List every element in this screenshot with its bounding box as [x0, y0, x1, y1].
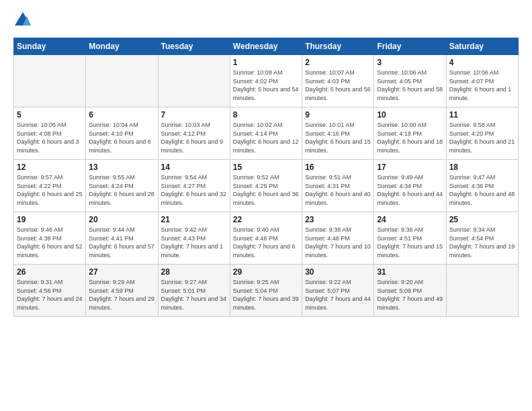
day-number: 20	[89, 215, 154, 224]
calendar-cell: 30Sunrise: 9:22 AM Sunset: 5:07 PM Dayli…	[302, 265, 374, 317]
calendar-cell: 10Sunrise: 10:00 AM Sunset: 4:18 PM Dayl…	[374, 107, 446, 160]
day-number: 7	[161, 110, 227, 120]
calendar-cell: 11Sunrise: 9:58 AM Sunset: 4:20 PM Dayli…	[446, 107, 518, 160]
day-info: Sunrise: 9:54 AM Sunset: 4:27 PM Dayligh…	[161, 173, 227, 207]
day-info: Sunrise: 9:42 AM Sunset: 4:43 PM Dayligh…	[161, 226, 227, 259]
day-info: Sunrise: 9:22 AM Sunset: 5:07 PM Dayligh…	[305, 278, 371, 312]
calendar-header-friday: Friday	[374, 38, 446, 55]
day-info: Sunrise: 9:20 AM Sunset: 5:09 PM Dayligh…	[377, 278, 443, 312]
calendar-cell: 5Sunrise: 10:05 AM Sunset: 4:08 PM Dayli…	[14, 107, 86, 160]
day-info: Sunrise: 10:00 AM Sunset: 4:18 PM Daylig…	[377, 121, 443, 154]
day-number: 8	[233, 110, 299, 120]
calendar-week-4: 26Sunrise: 9:31 AM Sunset: 4:56 PM Dayli…	[14, 265, 519, 317]
day-info: Sunrise: 9:46 AM Sunset: 4:38 PM Dayligh…	[17, 226, 83, 259]
day-info: Sunrise: 9:52 AM Sunset: 4:29 PM Dayligh…	[233, 173, 299, 207]
calendar-week-1: 5Sunrise: 10:05 AM Sunset: 4:08 PM Dayli…	[14, 107, 519, 160]
day-info: Sunrise: 9:25 AM Sunset: 5:04 PM Dayligh…	[233, 278, 299, 312]
day-number: 10	[377, 110, 443, 120]
calendar: SundayMondayTuesdayWednesdayThursdayFrid…	[13, 38, 519, 317]
day-info: Sunrise: 9:58 AM Sunset: 4:20 PM Dayligh…	[449, 121, 515, 154]
page: SundayMondayTuesdayWednesdayThursdayFrid…	[0, 0, 532, 411]
calendar-cell: 12Sunrise: 9:57 AM Sunset: 4:22 PM Dayli…	[14, 160, 86, 212]
calendar-week-2: 12Sunrise: 9:57 AM Sunset: 4:22 PM Dayli…	[14, 160, 519, 212]
logo	[13, 12, 35, 31]
day-info: Sunrise: 9:27 AM Sunset: 5:01 PM Dayligh…	[161, 278, 227, 312]
day-info: Sunrise: 9:36 AM Sunset: 4:51 PM Dayligh…	[377, 226, 443, 259]
calendar-cell: 9Sunrise: 10:01 AM Sunset: 4:16 PM Dayli…	[302, 107, 374, 160]
calendar-cell: 8Sunrise: 10:02 AM Sunset: 4:14 PM Dayli…	[230, 107, 302, 160]
day-number: 13	[89, 163, 154, 172]
day-info: Sunrise: 10:04 AM Sunset: 4:10 PM Daylig…	[89, 121, 154, 154]
day-info: Sunrise: 10:07 AM Sunset: 4:03 PM Daylig…	[305, 68, 371, 102]
calendar-cell: 16Sunrise: 9:51 AM Sunset: 4:31 PM Dayli…	[302, 160, 374, 212]
day-number: 2	[305, 58, 371, 67]
day-number: 23	[305, 215, 371, 224]
day-number: 27	[89, 267, 154, 277]
header	[13, 12, 519, 31]
calendar-cell	[86, 55, 158, 107]
day-number: 31	[377, 267, 443, 277]
calendar-header-wednesday: Wednesday	[230, 38, 302, 55]
day-info: Sunrise: 9:34 AM Sunset: 4:54 PM Dayligh…	[449, 226, 515, 259]
day-info: Sunrise: 10:06 AM Sunset: 4:05 PM Daylig…	[377, 68, 443, 102]
calendar-header-saturday: Saturday	[446, 38, 518, 55]
calendar-week-0: 1Sunrise: 10:08 AM Sunset: 4:02 PM Dayli…	[14, 55, 519, 107]
day-number: 26	[17, 267, 83, 277]
calendar-cell: 27Sunrise: 9:29 AM Sunset: 4:59 PM Dayli…	[86, 265, 158, 317]
calendar-cell: 23Sunrise: 9:38 AM Sunset: 4:48 PM Dayli…	[302, 212, 374, 265]
calendar-header-monday: Monday	[86, 38, 158, 55]
day-info: Sunrise: 9:44 AM Sunset: 4:41 PM Dayligh…	[89, 226, 154, 259]
calendar-cell: 26Sunrise: 9:31 AM Sunset: 4:56 PM Dayli…	[14, 265, 86, 317]
day-number: 21	[161, 215, 227, 224]
calendar-cell	[14, 55, 86, 107]
calendar-cell: 24Sunrise: 9:36 AM Sunset: 4:51 PM Dayli…	[374, 212, 446, 265]
day-info: Sunrise: 9:29 AM Sunset: 4:59 PM Dayligh…	[89, 278, 154, 312]
day-number: 17	[377, 163, 443, 172]
day-info: Sunrise: 10:01 AM Sunset: 4:16 PM Daylig…	[305, 121, 371, 154]
day-number: 28	[161, 267, 227, 277]
day-number: 22	[233, 215, 299, 224]
day-info: Sunrise: 9:49 AM Sunset: 4:34 PM Dayligh…	[377, 173, 443, 207]
day-info: Sunrise: 9:51 AM Sunset: 4:31 PM Dayligh…	[305, 173, 371, 207]
day-number: 3	[377, 58, 443, 67]
calendar-cell: 20Sunrise: 9:44 AM Sunset: 4:41 PM Dayli…	[86, 212, 158, 265]
calendar-cell: 15Sunrise: 9:52 AM Sunset: 4:29 PM Dayli…	[230, 160, 302, 212]
day-info: Sunrise: 9:55 AM Sunset: 4:24 PM Dayligh…	[89, 173, 154, 207]
calendar-header-row: SundayMondayTuesdayWednesdayThursdayFrid…	[14, 38, 519, 55]
day-number: 30	[305, 267, 371, 277]
day-number: 11	[449, 110, 515, 120]
day-info: Sunrise: 9:57 AM Sunset: 4:22 PM Dayligh…	[17, 173, 83, 207]
calendar-cell: 3Sunrise: 10:06 AM Sunset: 4:05 PM Dayli…	[374, 55, 446, 107]
day-number: 15	[233, 163, 299, 172]
day-info: Sunrise: 10:08 AM Sunset: 4:02 PM Daylig…	[233, 68, 299, 102]
calendar-cell: 18Sunrise: 9:47 AM Sunset: 4:36 PM Dayli…	[446, 160, 518, 212]
day-number: 4	[449, 58, 515, 67]
calendar-cell: 2Sunrise: 10:07 AM Sunset: 4:03 PM Dayli…	[302, 55, 374, 107]
day-number: 9	[305, 110, 371, 120]
calendar-cell: 14Sunrise: 9:54 AM Sunset: 4:27 PM Dayli…	[158, 160, 230, 212]
calendar-header-thursday: Thursday	[302, 38, 374, 55]
calendar-cell: 6Sunrise: 10:04 AM Sunset: 4:10 PM Dayli…	[86, 107, 158, 160]
day-info: Sunrise: 10:03 AM Sunset: 4:12 PM Daylig…	[161, 121, 227, 154]
calendar-cell: 29Sunrise: 9:25 AM Sunset: 5:04 PM Dayli…	[230, 265, 302, 317]
day-info: Sunrise: 9:40 AM Sunset: 4:46 PM Dayligh…	[233, 226, 299, 259]
logo-icon	[13, 11, 32, 30]
calendar-header-sunday: Sunday	[14, 38, 86, 55]
day-number: 1	[233, 58, 299, 67]
calendar-header-tuesday: Tuesday	[158, 38, 230, 55]
calendar-cell: 19Sunrise: 9:46 AM Sunset: 4:38 PM Dayli…	[14, 212, 86, 265]
day-info: Sunrise: 9:31 AM Sunset: 4:56 PM Dayligh…	[17, 278, 83, 312]
day-info: Sunrise: 10:02 AM Sunset: 4:14 PM Daylig…	[233, 121, 299, 154]
day-info: Sunrise: 10:06 AM Sunset: 4:07 PM Daylig…	[449, 68, 515, 102]
day-number: 5	[17, 110, 83, 120]
calendar-cell: 13Sunrise: 9:55 AM Sunset: 4:24 PM Dayli…	[86, 160, 158, 212]
day-number: 16	[305, 163, 371, 172]
calendar-cell: 1Sunrise: 10:08 AM Sunset: 4:02 PM Dayli…	[230, 55, 302, 107]
calendar-cell: 25Sunrise: 9:34 AM Sunset: 4:54 PM Dayli…	[446, 212, 518, 265]
day-number: 24	[377, 215, 443, 224]
day-number: 18	[449, 163, 515, 172]
day-number: 25	[449, 215, 515, 224]
calendar-cell: 4Sunrise: 10:06 AM Sunset: 4:07 PM Dayli…	[446, 55, 518, 107]
day-number: 6	[89, 110, 154, 120]
calendar-cell: 28Sunrise: 9:27 AM Sunset: 5:01 PM Dayli…	[158, 265, 230, 317]
